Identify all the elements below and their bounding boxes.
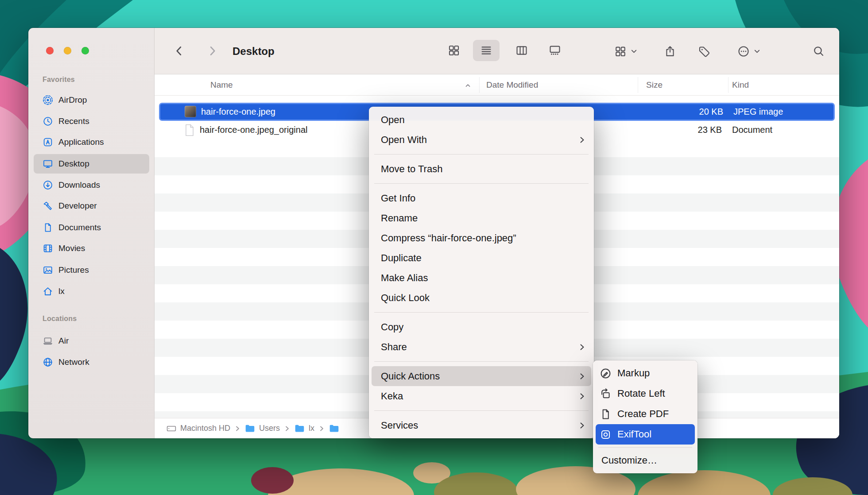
list-view-button[interactable] bbox=[473, 40, 500, 61]
column-view-icon bbox=[515, 44, 528, 57]
create-pdf-icon bbox=[600, 408, 612, 420]
downloads-icon bbox=[43, 180, 53, 190]
submenu-chevron-icon bbox=[579, 421, 585, 430]
menu-item-get-info[interactable]: Get Info bbox=[369, 188, 594, 208]
file-name: hair-force-one.jpeg_original bbox=[200, 121, 307, 139]
sidebar-item-home-lx[interactable]: lx bbox=[34, 282, 149, 301]
hard-drive-icon bbox=[166, 423, 177, 434]
file-kind: JPEG image bbox=[733, 104, 783, 120]
sidebar-item-label: Network bbox=[58, 357, 89, 367]
screen: Favorites AirDrop Recents Applications bbox=[0, 0, 868, 495]
tags-button[interactable] bbox=[692, 41, 717, 61]
list-view-icon bbox=[480, 44, 492, 57]
search-button[interactable] bbox=[806, 41, 831, 61]
menu-separator bbox=[598, 447, 692, 448]
path-item-macintosh-hd[interactable]: Macintosh HD bbox=[166, 423, 230, 434]
sidebar-item-developer[interactable]: Developer bbox=[34, 196, 149, 216]
breadcrumb-chevron-icon bbox=[319, 425, 324, 432]
menu-item-compress[interactable]: Compress “hair-force-one.jpeg” bbox=[369, 228, 594, 248]
gallery-view-button[interactable] bbox=[542, 40, 568, 61]
submenu-chevron-icon bbox=[579, 372, 585, 381]
sidebar-item-label: Documents bbox=[58, 223, 101, 232]
sidebar-item-label: lx bbox=[58, 286, 65, 296]
sort-ascending-icon bbox=[465, 83, 471, 88]
hammer-icon bbox=[43, 201, 53, 211]
quick-actions-submenu: Markup Rotate Left Create PDF ExifTool C… bbox=[593, 360, 698, 473]
chevron-down-icon bbox=[630, 47, 638, 55]
column-view-button[interactable] bbox=[508, 40, 535, 61]
menu-item-quick-actions[interactable]: Quick Actions bbox=[372, 366, 591, 386]
sidebar-item-pictures[interactable]: Pictures bbox=[34, 260, 149, 280]
icon-view-button[interactable] bbox=[441, 40, 467, 61]
sidebar-item-recents[interactable]: Recents bbox=[34, 112, 149, 131]
zoom-button[interactable] bbox=[81, 47, 89, 54]
sidebar-item-label: AirDrop bbox=[58, 95, 87, 105]
submenu-item-exiftool[interactable]: ExifTool bbox=[596, 424, 695, 445]
menu-item-rename[interactable]: Rename bbox=[369, 208, 594, 228]
markup-icon bbox=[600, 367, 612, 379]
sidebar-item-desktop[interactable]: Desktop bbox=[34, 154, 149, 174]
column-header-kind[interactable]: Kind bbox=[732, 74, 749, 96]
rotate-left-icon bbox=[600, 388, 612, 400]
menu-item-move-to-trash[interactable]: Move to Trash bbox=[369, 159, 594, 179]
home-icon bbox=[43, 286, 53, 297]
sidebar-item-label: Desktop bbox=[58, 159, 89, 169]
sidebar: Favorites AirDrop Recents Applications bbox=[28, 28, 155, 438]
group-by-icon bbox=[614, 45, 627, 58]
menu-item-make-alias[interactable]: Make Alias bbox=[369, 268, 594, 288]
search-icon bbox=[813, 45, 825, 57]
column-header-name[interactable]: Name bbox=[210, 74, 233, 96]
submenu-chevron-icon bbox=[579, 135, 585, 144]
sidebar-item-downloads[interactable]: Downloads bbox=[34, 175, 149, 195]
menu-item-open[interactable]: Open bbox=[369, 110, 594, 130]
menu-separator bbox=[374, 183, 589, 184]
airdrop-icon bbox=[43, 95, 53, 105]
clock-icon bbox=[43, 116, 53, 127]
column-header-date-modified[interactable]: Date Modified bbox=[486, 74, 538, 96]
chevron-right-icon bbox=[206, 45, 218, 57]
window-title: Desktop bbox=[232, 28, 275, 74]
forward-button[interactable] bbox=[204, 42, 220, 60]
menu-item-duplicate[interactable]: Duplicate bbox=[369, 248, 594, 268]
submenu-item-markup[interactable]: Markup bbox=[596, 363, 695, 383]
path-item-lx[interactable]: lx bbox=[294, 424, 314, 433]
chevron-down-icon bbox=[753, 47, 761, 55]
menu-item-services[interactable]: Services bbox=[369, 415, 594, 435]
file-name: hair-force-one.jpeg bbox=[201, 104, 275, 120]
sidebar-item-documents[interactable]: Documents bbox=[34, 218, 149, 237]
share-icon bbox=[664, 45, 676, 58]
menu-item-open-with[interactable]: Open With bbox=[369, 130, 594, 150]
sidebar-item-movies[interactable]: Movies bbox=[34, 239, 149, 258]
breadcrumb-chevron-icon bbox=[284, 425, 290, 432]
sidebar-item-airdrop[interactable]: AirDrop bbox=[34, 90, 149, 110]
sidebar-item-air[interactable]: Air bbox=[34, 331, 149, 351]
path-item-next-folder[interactable] bbox=[329, 424, 340, 433]
photo-icon bbox=[43, 265, 53, 275]
close-button[interactable] bbox=[46, 47, 54, 54]
back-button[interactable] bbox=[171, 42, 187, 60]
submenu-item-create-pdf[interactable]: Create PDF bbox=[596, 404, 695, 424]
menu-item-keka[interactable]: Keka bbox=[369, 386, 594, 406]
column-header-size[interactable]: Size bbox=[646, 74, 663, 96]
path-item-users[interactable]: Users bbox=[244, 424, 280, 433]
image-thumbnail-icon bbox=[185, 106, 196, 117]
document-icon bbox=[43, 222, 53, 233]
menu-item-copy[interactable]: Copy bbox=[369, 317, 594, 337]
sidebar-item-label: Air bbox=[58, 336, 69, 346]
chevron-left-icon bbox=[173, 45, 186, 57]
desktop-icon bbox=[43, 159, 53, 169]
sidebar-item-applications[interactable]: Applications bbox=[34, 132, 149, 152]
submenu-item-customize[interactable]: Customize… bbox=[596, 450, 695, 471]
minimize-button[interactable] bbox=[64, 47, 71, 54]
menu-item-share[interactable]: Share bbox=[369, 337, 594, 357]
laptop-icon bbox=[43, 336, 53, 346]
group-button[interactable] bbox=[605, 41, 646, 61]
more-actions-button[interactable] bbox=[728, 41, 769, 61]
sidebar-item-network[interactable]: Network bbox=[34, 352, 149, 372]
submenu-item-rotate-left[interactable]: Rotate Left bbox=[596, 383, 695, 404]
menu-item-quick-look[interactable]: Quick Look bbox=[369, 288, 594, 308]
file-size: 20 KB bbox=[603, 104, 723, 120]
breadcrumb-chevron-icon bbox=[235, 425, 240, 432]
share-button[interactable] bbox=[658, 41, 682, 61]
film-icon bbox=[43, 243, 53, 254]
